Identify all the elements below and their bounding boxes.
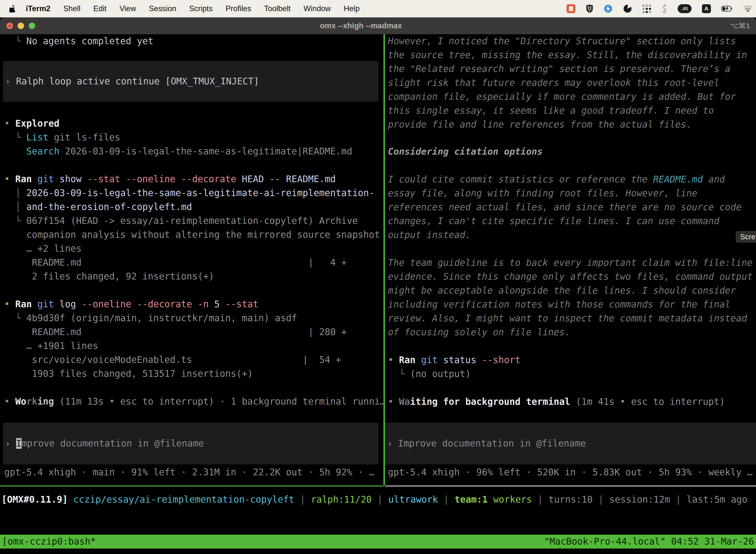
terminal-line: 1903 files changed, 513517 insertions(+) (4, 367, 383, 381)
terminal-line: However, I noticed the "Directory Struct… (388, 34, 756, 48)
terminal-line: changes, I can't cite specific file line… (388, 214, 756, 228)
terminal-line: • Waiting for background terminal (1m 41… (388, 395, 756, 409)
terminal-line: the source tree, missing the essay. Stil… (388, 48, 756, 62)
terminal-line: the "Related research writing" section i… (388, 62, 756, 76)
box-line: › Ralph loop active continue [OMX_TMUX_I… (5, 74, 259, 88)
terminal-line: Considering citation options (388, 145, 756, 159)
blank-line (388, 409, 756, 423)
tmux-session-label: [omx-cczip0:bash* (2, 535, 96, 549)
terminal-line: └ (no output) (388, 367, 756, 381)
blank-line (4, 102, 383, 117)
omx-status-bar: [OMX#0.11.9] cczip/essay/ai-reimplementa… (0, 493, 756, 507)
left-terminal-pane[interactable]: └ No agents completed yet› Ralph loop ac… (0, 34, 383, 486)
input-source-a-icon[interactable]: A (702, 4, 711, 13)
window-shortcut-hint: ⌥⌘1 (730, 17, 750, 34)
terminal-line: companion file, especially if more comme… (388, 90, 756, 104)
box-line: › Improve documentation in @filename (387, 437, 586, 450)
terminal-line: references need actual files, and since … (388, 200, 756, 214)
terminal-line: gpt-5.4 xhigh · 96% left · 520K in · 5.8… (388, 465, 756, 479)
menu-item-window[interactable]: Window (304, 4, 331, 13)
screen: iTerm2ShellEditViewSessionScriptsProfile… (0, 0, 756, 554)
blank-line (4, 408, 383, 423)
blank-line (4, 381, 383, 395)
menu-status-icons: ..61 A (567, 0, 753, 17)
menu-item-scripts[interactable]: Scripts (189, 4, 213, 13)
apple-menu-icon[interactable] (9, 5, 16, 13)
terminal-line: • Explored (4, 117, 383, 130)
hook-squiggle-icon[interactable] (662, 4, 667, 13)
terminal-line: └ List git ls-files (4, 130, 383, 145)
menu-item-iterm2[interactable]: iTerm2 (26, 4, 50, 13)
dots-grid-icon[interactable] (642, 4, 651, 13)
blank-line (388, 159, 756, 172)
terminal-line: • Ran git log --oneline --decorate -n 5 … (4, 297, 383, 311)
terminal-line: Search 2026-03-09-is-legal-the-same-as-l… (4, 145, 383, 158)
blank-line (388, 131, 756, 145)
tmux-horizontal-border-active (0, 486, 383, 487)
terminal-line: README.md | 280 + (4, 325, 383, 339)
menu-items: iTerm2ShellEditViewSessionScriptsProfile… (26, 4, 360, 13)
battery-charging-icon[interactable] (721, 5, 733, 12)
terminal-line: … +2 lines (4, 242, 383, 256)
shield-grid-icon[interactable] (586, 4, 593, 13)
terminal-line: The team guideline is to back every impo… (388, 256, 756, 270)
terminal-line: └ 067f154 (HEAD -> essay/ai-reimplementa… (4, 214, 383, 228)
blank-line (4, 48, 383, 61)
menu-item-profiles[interactable]: Profiles (226, 4, 251, 13)
menu-item-toolbelt[interactable]: Toolbelt (264, 4, 291, 13)
terminal-line: review. Also, I might want to inspect th… (388, 312, 756, 325)
terminal-line: • Ran git status --short (388, 353, 756, 367)
terminal-line: src/voice/voiceModeEnabled.ts | 54 + (4, 353, 383, 367)
window-controls (6, 22, 35, 29)
terminal-line: └ No agents completed yet (4, 34, 383, 48)
notice-box: › Ralph loop active continue [OMX_TMUX_I… (3, 61, 378, 102)
screen-overlay-label: Scre (740, 233, 756, 241)
bolt-badge-icon[interactable] (604, 4, 613, 13)
terminal-line: 2 files changed, 92 insertions(+) (4, 270, 383, 283)
blank-line (388, 242, 756, 256)
tmux-vertical-divider[interactable] (383, 34, 385, 486)
tmux-host-clock-label: "MacBook-Pro-44.local" 04:52 31-Mar-26 (544, 535, 754, 549)
menu-item-session[interactable]: Session (149, 4, 176, 13)
minimize-window-button[interactable] (18, 22, 24, 29)
terminal-line: │ and-the-erosion-of-copyleft.md (4, 200, 383, 214)
terminal-line: • Ran git show --stat --oneline --decora… (4, 172, 383, 186)
terminal-line: evidence. Since this change only affects… (388, 270, 756, 284)
battery-61-badge[interactable]: ..61 (678, 4, 692, 13)
terminal-line: README.md | 4 + (4, 256, 383, 270)
window-title-bar[interactable]: omx --xhigh --madmax ⌥⌘1 (0, 17, 756, 34)
zoom-window-button[interactable] (29, 22, 35, 29)
pie-wedge-icon[interactable] (623, 4, 632, 13)
terminal-line: of focusing solely on file lines. (388, 325, 756, 339)
screen-recording-indicator-icon[interactable] (567, 4, 575, 13)
terminal-line: gpt-5.4 xhigh · main · 91% left · 2.31M … (4, 465, 383, 479)
terminal-line: … +1901 lines (4, 339, 383, 353)
terminal-line: companion analysis without altering the … (4, 228, 383, 242)
wifi-icon[interactable] (743, 5, 753, 12)
terminal-line: this single essay, it seems like a good … (388, 104, 756, 118)
blank-line (4, 283, 383, 297)
right-terminal-pane[interactable]: However, I noticed the "Directory Struct… (385, 34, 756, 486)
menu-item-view[interactable]: View (120, 4, 136, 13)
terminal-line: including verification notes with those … (388, 297, 756, 312)
menu-item-edit[interactable]: Edit (93, 4, 107, 13)
window-title: omx --xhigh --madmax (320, 17, 402, 34)
blank-line (388, 339, 756, 353)
prompt-input[interactable]: › Improve documentation in @filename (385, 423, 756, 464)
box-line: › Improve documentation in @filename (5, 437, 204, 450)
screen-overlay-tooltip: Scre (736, 231, 756, 243)
terminal-line: └ 4b9d30f (origin/main, instructkr/main,… (4, 311, 383, 325)
terminal-line: • Working (11m 13s • esc to interrupt) ·… (4, 395, 383, 408)
terminal-line: I could cite commit statistics or refere… (388, 172, 756, 186)
tmux-horizontal-border-inactive (385, 486, 756, 487)
blank-line (4, 158, 383, 172)
terminal-line: │ 2026-03-09-is-legal-the-same-as-legiti… (4, 186, 383, 200)
close-window-button[interactable] (6, 22, 13, 29)
terminal-line: essay file, along with finding root file… (388, 186, 756, 200)
prompt-input[interactable]: › Improve documentation in @filename (3, 423, 378, 464)
menu-item-shell[interactable]: Shell (63, 4, 80, 13)
terminal-line: might be acceptable alongside the file l… (388, 284, 756, 297)
terminal-line: provide file and line references from th… (388, 118, 756, 131)
menu-item-help[interactable]: Help (344, 4, 360, 13)
terminal-line: slight risk that future readers may over… (388, 76, 756, 90)
